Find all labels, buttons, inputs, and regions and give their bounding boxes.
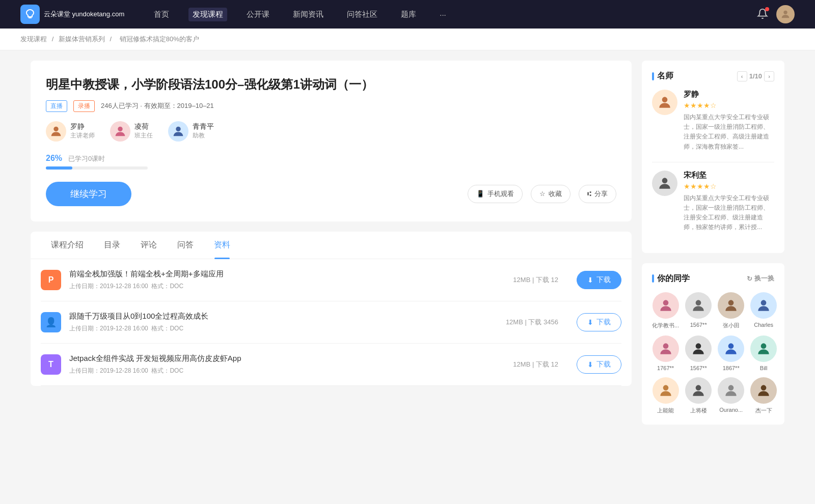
content-left: 明星中教授课，小学阶段语法100分–强化级第1讲动词（一） 直播 录播 246人… [31,61,632,435]
download-icon-0: ⬇ [587,276,593,284]
student-avatar-4 [653,335,679,362]
student-item-8: 上能能 [652,377,679,414]
breadcrumb: 发现课程 / 新媒体营销系列 / 销冠修炼术搞定80%的客户 [0,29,815,50]
tab-qa[interactable]: 问答 [167,232,204,259]
nav-item-news[interactable]: 新闻资讯 [289,8,328,21]
download-label-0: 下载 [596,275,611,285]
sidebar-teacher-info-0: 罗静 ★★★★☆ 国内某重点大学安全工程专业硕士，国家一级注册消防工程师、注册安… [684,90,774,152]
nav-item-discover[interactable]: 发现课程 [188,8,227,21]
student-item-0: 化学教书... [652,292,679,329]
resource-stats-0: 12MB | 下载 12 [513,275,558,285]
student-item-7: Bill [750,335,777,371]
svg-point-15 [696,385,701,390]
teacher-info-0: 罗静 主讲老师 [70,122,95,140]
teacher-item-0: 罗静 主讲老师 [46,121,95,142]
teacher-info-2: 青青平 助教 [193,122,214,140]
svg-point-11 [696,343,701,349]
resource-stats-1: 12MB | 下载 3456 [506,318,558,327]
mobile-label: 手机观看 [487,189,514,199]
resource-info-0: 前端全栈加强版！前端全栈+全周期+多端应用 上传日期：2019-12-28 16… [69,269,505,291]
share-button[interactable]: ⑆ 分享 [579,185,616,203]
download-label-2: 下载 [596,360,611,369]
breadcrumb-link-2[interactable]: 新媒体营销系列 [59,35,105,43]
teacher-avatar-0 [46,121,66,142]
resource-info-2: Jetpack全组件实战 开发短视频应用高仿皮皮虾App 上传日期：2019-1… [69,354,505,375]
teacher-role-2: 助教 [193,131,214,140]
student-item-3: Charles [750,292,777,329]
favorite-label: 收藏 [549,189,562,199]
logo[interactable]: 云朵课堂 yundoketang.com [20,5,124,24]
logo-icon [20,5,40,24]
teachers-sidebar-title: 名师 ‹ 1/10 › [652,71,774,81]
tab-review[interactable]: 评论 [130,232,167,259]
teacher-divider [652,162,774,162]
teacher-avatar-2 [168,121,188,142]
sidebar-teacher-1: 宋利坚 ★★★★☆ 国内某重点大学安全工程专业硕士，国家一级注册消防工程师、注册… [652,171,774,233]
nav-item-qa[interactable]: 问答社区 [343,8,382,21]
svg-point-14 [663,385,668,390]
teacher-name-0: 罗静 [70,122,95,131]
student-avatar-9 [685,377,712,404]
resource-icon-1: 👤 [41,312,61,332]
sidebar-right: 名师 ‹ 1/10 › 罗静 ★★★★☆ 国内某重点大学安全工程专业硕士，国家一… [642,61,784,435]
sidebar-teacher-avatar-1 [652,171,677,196]
course-title: 明星中教授课，小学阶段语法100分–强化级第1讲动词（一） [46,76,616,93]
download-label-1: 下载 [596,318,611,327]
student-item-5: 1567** [685,335,712,371]
course-meta: 直播 录播 246人已学习 · 有效期至：2019–10–21 [46,100,616,112]
download-button-0[interactable]: ⬇ 下载 [577,271,621,289]
continue-button[interactable]: 继续学习 [46,182,131,206]
svg-point-9 [761,300,767,305]
svg-point-17 [761,385,767,390]
nav-item-quiz[interactable]: 题库 [397,8,420,21]
student-name-5: 1567** [690,365,707,371]
student-avatar-10 [718,377,744,404]
refresh-label: 换一换 [754,274,774,283]
students-refresh[interactable]: ↻ 换一换 [747,274,774,283]
student-item-10: Ourano... [718,377,744,414]
logo-text: 云朵课堂 yundoketang.com [44,10,124,18]
progress-percent: 26% [46,154,62,162]
favorite-icon: ☆ [539,190,546,198]
progress-section: 26% 已学习0课时 [46,154,616,170]
tab-intro[interactable]: 课程介绍 [41,232,94,259]
svg-point-3 [176,126,180,131]
student-name-1: 1567** [690,322,707,328]
svg-point-2 [118,126,122,131]
breadcrumb-link-1[interactable]: 发现课程 [20,35,47,43]
nav-item-opencourse[interactable]: 公开课 [242,8,274,21]
nav-item-home[interactable]: 首页 [150,8,173,21]
teacher-avatar-1 [110,121,130,142]
resource-meta-1: 上传日期：2019-12-28 16:00 格式：DOC [69,324,498,333]
student-avatar-3 [750,292,777,319]
tag-record: 录播 [73,100,95,112]
sidebar-teacher-desc-0: 国内某重点大学安全工程专业硕士，国家一级注册消防工程师、注册安全工程师、高级注册… [684,113,774,152]
student-name-4: 1767** [657,365,674,371]
resource-item-0: P 前端全栈加强版！前端全栈+全周期+多端应用 上传日期：2019-12-28 … [41,259,621,301]
teachers-prev-btn[interactable]: ‹ [737,71,747,81]
teacher-role-0: 主讲老师 [70,131,95,140]
user-avatar[interactable] [776,5,795,23]
download-button-1[interactable]: ⬇ 下载 [577,313,621,331]
tab-resources[interactable]: 资料 [204,232,240,259]
course-meta-text: 246人已学习 · 有效期至：2019–10–21 [101,101,214,110]
mobile-icon: 📱 [476,190,484,198]
download-button-2[interactable]: ⬇ 下载 [577,355,621,374]
student-name-10: Ourano... [719,407,743,413]
student-avatar-7 [750,335,777,362]
resource-icon-0: P [41,270,61,290]
teachers-sidebar-card: 名师 ‹ 1/10 › 罗静 ★★★★☆ 国内某重点大学安全工程专业硕士，国家一… [642,61,784,253]
tab-catalog[interactable]: 目录 [94,232,130,259]
teachers-next-btn[interactable]: › [764,71,774,81]
mobile-watch-button[interactable]: 📱 手机观看 [468,185,523,203]
student-avatar-8 [653,377,679,404]
student-item-11: 杰一下 [750,377,777,414]
resource-meta-0: 上传日期：2019-12-28 16:00 格式：DOC [69,282,505,291]
breadcrumb-current: 销冠修炼术搞定80%的客户 [120,35,199,43]
progress-bar [46,166,148,170]
favorite-button[interactable]: ☆ 收藏 [531,185,570,203]
svg-point-6 [663,300,668,305]
notification-bell[interactable] [757,8,768,21]
nav-item-more[interactable]: ··· [436,8,450,21]
resource-item-2: T Jetpack全组件实战 开发短视频应用高仿皮皮虾App 上传日期：2019… [41,344,621,386]
